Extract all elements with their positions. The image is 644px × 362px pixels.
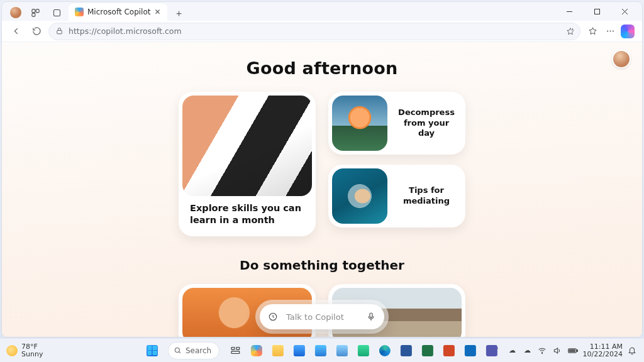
- excel-icon[interactable]: [418, 341, 437, 360]
- prompt-bar[interactable]: Talk to Copilot: [260, 304, 384, 329]
- app-icon-a[interactable]: [354, 341, 373, 360]
- card-label: Decompress from your day: [395, 107, 462, 140]
- site-info-icon[interactable]: [55, 27, 64, 35]
- card-label: Tips for mediating: [395, 185, 462, 207]
- svg-rect-14: [370, 313, 372, 317]
- prompt-placeholder: Talk to Copilot: [286, 312, 358, 322]
- back-button[interactable]: [8, 23, 25, 40]
- edge-icon[interactable]: [375, 341, 394, 360]
- battery-icon[interactable]: [568, 347, 578, 354]
- svg-rect-17: [236, 348, 240, 350]
- tab-close-icon[interactable]: ✕: [154, 8, 160, 16]
- taskbar: 78°F Sunny Search: [0, 338, 644, 362]
- explorer-icon[interactable]: [269, 341, 287, 360]
- svg-rect-8: [57, 30, 62, 33]
- maximize-button[interactable]: [583, 2, 611, 21]
- close-button[interactable]: [611, 2, 638, 21]
- search-placeholder: Search: [186, 346, 211, 355]
- tab-title: Microsoft Copilot: [87, 8, 150, 16]
- svg-point-12: [612, 31, 613, 32]
- url-text: https://copilot.microsoft.com: [69, 26, 561, 36]
- photos-icon[interactable]: [311, 341, 330, 360]
- card-explore-skills[interactable]: Explore skills you can learn in a month: [179, 92, 316, 236]
- card-mediating[interactable]: Tips for mediating: [328, 165, 465, 228]
- notifications-icon[interactable]: [628, 346, 638, 355]
- svg-rect-0: [31, 9, 35, 12]
- svg-rect-18: [231, 351, 240, 354]
- section-heading: Do something together: [89, 258, 555, 273]
- page-content: Good afternoon Explore skills you can le…: [89, 42, 555, 337]
- taskbar-search[interactable]: Search: [168, 342, 219, 359]
- weather-cond: Sunny: [21, 351, 43, 358]
- minimize-button[interactable]: [555, 2, 583, 21]
- svg-point-10: [607, 31, 608, 32]
- greeting-heading: Good afternoon: [89, 58, 555, 78]
- weather-widget[interactable]: 78°F Sunny: [0, 343, 43, 358]
- tab-copilot[interactable]: Microsoft Copilot ✕: [69, 3, 167, 21]
- wifi-icon[interactable]: [538, 346, 548, 355]
- favorites-icon[interactable]: [584, 23, 601, 40]
- powerpoint-icon[interactable]: [440, 341, 458, 360]
- popsicle-image: [332, 96, 387, 151]
- onedrive-alt-icon[interactable]: ☁: [523, 346, 533, 354]
- tab-actions-icon[interactable]: [48, 4, 65, 21]
- refresh-button[interactable]: [28, 23, 45, 40]
- task-view-icon[interactable]: [226, 341, 245, 360]
- onedrive-icon[interactable]: ☁: [508, 346, 518, 354]
- svg-rect-2: [31, 13, 35, 16]
- svg-point-19: [541, 353, 542, 353]
- profile-avatar-icon[interactable]: [9, 6, 22, 19]
- svg-rect-16: [231, 348, 235, 350]
- volume-icon[interactable]: [553, 346, 563, 355]
- history-icon[interactable]: [266, 310, 280, 324]
- copilot-sidebar-icon[interactable]: [619, 23, 636, 40]
- clock-time: 11:11 AM: [583, 343, 623, 351]
- system-tray: ˄ ☁ ☁ 11:11 AM 10/22/2024: [492, 343, 644, 358]
- more-menu-icon[interactable]: [602, 23, 618, 40]
- start-button[interactable]: [143, 341, 162, 360]
- tabs: Microsoft Copilot ✕ ＋: [69, 3, 187, 21]
- browser-window: Microsoft Copilot ✕ ＋ https://copilot.mi…: [2, 2, 642, 337]
- word-icon[interactable]: [397, 341, 416, 360]
- settings-icon[interactable]: [333, 341, 352, 360]
- card-decompress[interactable]: Decompress from your day: [328, 92, 465, 155]
- desktop: Microsoft Copilot ✕ ＋ https://copilot.mi…: [0, 0, 644, 362]
- clock-date: 10/22/2024: [583, 351, 623, 358]
- copilot-taskbar-icon[interactable]: [247, 341, 266, 360]
- user-avatar[interactable]: [612, 50, 631, 69]
- outlook-icon[interactable]: [461, 341, 480, 360]
- suggestion-cards-row: Explore skills you can learn in a month …: [89, 92, 555, 236]
- svg-rect-1: [36, 9, 39, 12]
- titlebar-left: [6, 4, 65, 21]
- sun-icon: [6, 345, 18, 356]
- navbar: https://copilot.microsoft.com: [2, 21, 642, 42]
- teams-icon[interactable]: [482, 341, 501, 360]
- svg-point-11: [609, 31, 611, 32]
- piano-keys-image: [182, 96, 312, 196]
- copilot-favicon-icon: [75, 8, 84, 16]
- search-icon: [174, 346, 182, 354]
- navbar-right: [584, 23, 636, 40]
- window-controls: [555, 2, 638, 21]
- card-label: Explore skills you can learn in a month: [182, 196, 312, 226]
- weather-temp: 78°F: [21, 343, 43, 351]
- favorite-add-icon[interactable]: [566, 27, 575, 36]
- svg-rect-22: [569, 349, 575, 352]
- page-viewport: Good afternoon Explore skills you can le…: [2, 42, 642, 337]
- clock[interactable]: 11:11 AM 10/22/2024: [583, 343, 623, 358]
- store-icon[interactable]: [290, 341, 309, 360]
- svg-rect-3: [53, 9, 60, 16]
- mic-icon[interactable]: [364, 310, 378, 324]
- new-tab-button[interactable]: ＋: [171, 6, 187, 21]
- address-bar[interactable]: https://copilot.microsoft.com: [48, 23, 580, 40]
- svg-point-15: [175, 348, 179, 352]
- svg-rect-5: [594, 9, 599, 14]
- svg-rect-21: [577, 349, 577, 351]
- workspaces-icon[interactable]: [27, 4, 43, 21]
- taskbar-center: Search: [143, 341, 501, 360]
- titlebar: Microsoft Copilot ✕ ＋: [2, 2, 642, 21]
- hand-water-image: [332, 168, 387, 224]
